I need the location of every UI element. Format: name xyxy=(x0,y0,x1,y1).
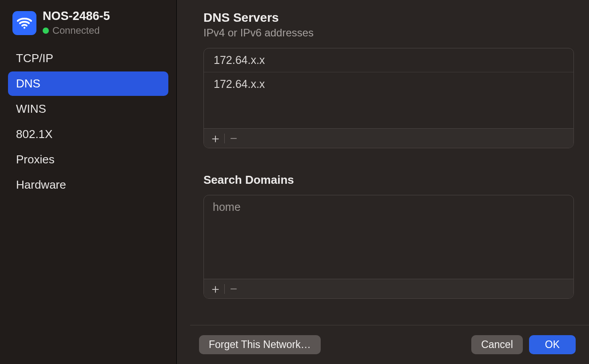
status-label: Connected xyxy=(52,25,99,36)
ok-button[interactable]: OK xyxy=(529,335,576,354)
divider xyxy=(224,134,225,143)
domains-remove-button[interactable]: − xyxy=(226,281,242,297)
forget-network-button[interactable]: Forget This Network… xyxy=(199,335,321,354)
network-status: Connected xyxy=(43,25,110,36)
search-domains-title: Search Domains xyxy=(203,173,574,187)
dns-servers-section: DNS Servers IPv4 or IPv6 addresses 172.6… xyxy=(203,11,574,148)
tab-tcpip[interactable]: TCP/IP xyxy=(8,46,168,71)
minus-icon: − xyxy=(230,283,237,295)
dns-servers-rows[interactable]: 172.64.x.x 172.64.x.x xyxy=(204,48,573,128)
main-content: DNS Servers IPv4 or IPv6 addresses 172.6… xyxy=(177,0,589,325)
tab-hardware[interactable]: Hardware xyxy=(8,173,168,197)
search-domains-rows[interactable]: home xyxy=(204,195,573,279)
svg-point-0 xyxy=(24,27,25,28)
dns-section-subtitle: IPv4 or IPv6 addresses xyxy=(203,27,574,39)
network-info: NOS-2486-5 Connected xyxy=(43,10,110,36)
dns-server-row[interactable]: 172.64.x.x xyxy=(204,48,573,72)
tab-8021x[interactable]: 802.1X xyxy=(8,122,168,146)
sidebar: NOS-2486-5 Connected TCP/IP DNS WINS 802… xyxy=(0,0,177,364)
cancel-button[interactable]: Cancel xyxy=(471,335,523,354)
dns-remove-button[interactable]: − xyxy=(226,131,242,146)
tab-dns[interactable]: DNS xyxy=(8,71,168,96)
status-dot-icon xyxy=(43,28,49,34)
domains-list-footer: ＋ − xyxy=(204,279,573,298)
tab-proxies[interactable]: Proxies xyxy=(8,147,168,172)
sidebar-tabs: TCP/IP DNS WINS 802.1X Proxies Hardware xyxy=(8,46,168,197)
divider xyxy=(224,284,225,294)
dns-add-button[interactable]: ＋ xyxy=(207,131,223,146)
main-panel: DNS Servers IPv4 or IPv6 addresses 172.6… xyxy=(177,0,589,364)
dns-section-title: DNS Servers xyxy=(203,11,574,25)
search-domain-row[interactable]: home xyxy=(204,195,573,219)
minus-icon: − xyxy=(230,132,237,145)
wifi-icon xyxy=(12,11,36,35)
search-domains-section: Search Domains home ＋ − xyxy=(203,173,574,299)
bottom-bar: Forget This Network… Cancel OK xyxy=(190,325,589,364)
network-header: NOS-2486-5 Connected xyxy=(12,10,168,36)
plus-icon: ＋ xyxy=(209,132,222,145)
search-domains-list: home ＋ − xyxy=(203,195,574,299)
dns-list-footer: ＋ − xyxy=(204,128,573,148)
dns-servers-list: 172.64.x.x 172.64.x.x ＋ − xyxy=(203,48,574,148)
dns-server-row[interactable]: 172.64.x.x xyxy=(204,72,573,96)
network-name: NOS-2486-5 xyxy=(43,10,110,23)
plus-icon: ＋ xyxy=(209,283,222,295)
tab-wins[interactable]: WINS xyxy=(8,97,168,121)
domains-add-button[interactable]: ＋ xyxy=(207,281,223,297)
